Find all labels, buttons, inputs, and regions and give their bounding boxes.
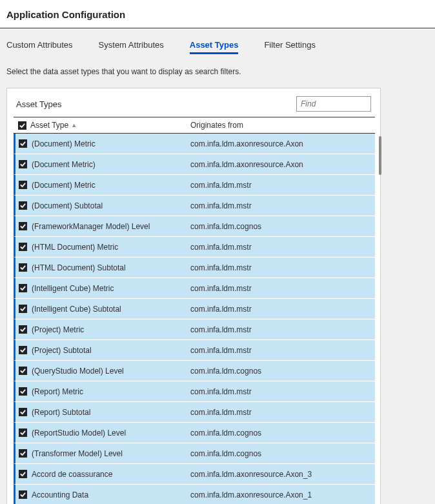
header-checkbox[interactable] xyxy=(18,121,26,130)
column-originates-from-label: Originates from xyxy=(190,121,243,130)
originates-from-cell: com.infa.ldm.mstr xyxy=(190,243,375,252)
asset-type-cell: (Transformer Model) Level xyxy=(30,449,190,458)
table-row[interactable]: (Intelligent Cube) Metriccom.infa.ldm.ms… xyxy=(14,278,375,299)
originates-from-cell: com.infa.ldm.mstr xyxy=(190,181,375,190)
row-checkbox[interactable] xyxy=(19,387,27,396)
row-checkbox[interactable] xyxy=(19,201,27,210)
row-checkbox[interactable] xyxy=(19,139,27,148)
tab-asset-types[interactable]: Asset Types xyxy=(190,40,239,54)
row-checkbox[interactable] xyxy=(19,284,27,292)
row-checkbox[interactable] xyxy=(19,243,27,251)
originates-from-cell: com.infa.ldm.axonresource.Axon_1 xyxy=(190,490,375,499)
table-row[interactable]: Accounting Datacom.infa.ldm.axonresource… xyxy=(14,485,375,504)
table-row[interactable]: (Report) Metriccom.infa.ldm.mstr xyxy=(14,381,375,402)
row-checkbox[interactable] xyxy=(19,449,27,458)
column-asset-type-label: Asset Type xyxy=(30,121,68,130)
table-row[interactable]: (Intelligent Cube) Subtotalcom.infa.ldm.… xyxy=(14,299,375,319)
checkmark-icon xyxy=(20,182,26,188)
table-row[interactable]: (Document) Subtotalcom.infa.ldm.mstr xyxy=(14,196,375,216)
table-row[interactable]: (Transformer Model) Levelcom.infa.ldm.co… xyxy=(14,443,375,464)
page-header: Application Configuration xyxy=(0,0,435,28)
checkmark-icon xyxy=(20,306,26,312)
checkmark-icon xyxy=(20,347,26,353)
page-title: Application Configuration xyxy=(6,9,429,20)
row-checkbox[interactable] xyxy=(19,367,27,375)
find-input[interactable] xyxy=(296,96,371,112)
checkmark-icon xyxy=(20,409,26,415)
row-checkbox[interactable] xyxy=(19,263,27,272)
asset-type-cell: (Report) Subtotal xyxy=(30,408,190,417)
checkmark-icon xyxy=(20,368,26,374)
asset-type-cell: (HTML Document) Subtotal xyxy=(30,263,190,272)
checkmark-icon xyxy=(20,265,26,270)
checkmark-icon xyxy=(20,223,26,229)
originates-from-cell: com.infa.ldm.mstr xyxy=(190,305,375,314)
table-row[interactable]: (Report) Subtotalcom.infa.ldm.mstr xyxy=(14,402,375,423)
panel-header: Asset Types xyxy=(7,88,380,117)
originates-from-cell: com.infa.ldm.mstr xyxy=(190,325,375,334)
row-checkbox[interactable] xyxy=(19,428,27,437)
row-checkbox[interactable] xyxy=(19,346,27,354)
originates-from-cell: com.infa.ldm.mstr xyxy=(190,346,375,355)
originates-from-cell: com.infa.ldm.cognos xyxy=(190,428,375,438)
column-originates-from[interactable]: Originates from xyxy=(190,121,375,130)
asset-type-cell: (ReportStudio Model) Level xyxy=(30,428,190,438)
asset-type-cell: Accounting Data xyxy=(30,490,190,499)
table-row[interactable]: (Document) Metriccom.infa.ldm.mstr xyxy=(14,175,375,196)
asset-type-cell: (QueryStudio Model) Level xyxy=(30,367,190,376)
asset-type-cell: (Document) Metric xyxy=(30,139,190,148)
row-checkbox[interactable] xyxy=(19,325,27,334)
asset-types-table: Asset Type ▲ Originates from (Document) … xyxy=(7,117,380,504)
table-row[interactable]: (Project) Subtotalcom.infa.ldm.mstr xyxy=(14,340,375,361)
checkmark-icon xyxy=(19,123,25,128)
asset-type-cell: (Report) Metric xyxy=(30,387,190,396)
scrollbar-thumb[interactable] xyxy=(379,136,381,175)
originates-from-cell: com.infa.ldm.axonresource.Axon xyxy=(190,160,375,169)
checkmark-icon xyxy=(20,161,26,167)
originates-from-cell: com.infa.ldm.mstr xyxy=(190,263,375,272)
checkmark-icon xyxy=(20,327,26,332)
asset-type-cell: (Document) Metric xyxy=(30,181,190,190)
checkmark-icon xyxy=(20,471,26,477)
row-checkbox[interactable] xyxy=(19,305,27,313)
checkmark-icon xyxy=(20,450,26,456)
originates-from-cell: com.infa.ldm.mstr xyxy=(190,284,375,293)
tab-system-attributes[interactable]: System Attributes xyxy=(99,40,164,54)
row-checkbox[interactable] xyxy=(19,181,27,189)
tab-custom-attributes[interactable]: Custom Attributes xyxy=(6,40,73,54)
asset-type-cell: (Project) Subtotal xyxy=(30,346,190,355)
column-asset-type[interactable]: Asset Type ▲ xyxy=(30,121,190,130)
table-row[interactable]: Accord de coassurancecom.infa.ldm.axonre… xyxy=(14,464,375,485)
originates-from-cell: com.infa.ldm.mstr xyxy=(190,408,375,417)
originates-from-cell: com.infa.ldm.cognos xyxy=(190,449,375,458)
description-text: Select the data asset types that you wan… xyxy=(0,63,435,88)
checkmark-icon xyxy=(20,244,26,250)
tabs: Custom AttributesSystem AttributesAsset … xyxy=(0,28,435,63)
table-row[interactable]: (Document) Metriccom.infa.ldm.axonresour… xyxy=(14,134,375,154)
originates-from-cell: com.infa.ldm.mstr xyxy=(190,387,375,396)
row-checkbox[interactable] xyxy=(19,490,27,499)
checkmark-icon xyxy=(20,285,26,291)
table-row[interactable]: (Project) Metriccom.infa.ldm.mstr xyxy=(14,319,375,340)
asset-type-cell: Accord de coassurance xyxy=(30,470,190,479)
table-row[interactable]: (HTML Document) Subtotalcom.infa.ldm.mst… xyxy=(14,257,375,278)
asset-types-panel: Asset Types Asset Type ▲ xyxy=(6,88,381,504)
row-checkbox[interactable] xyxy=(19,160,27,168)
row-checkbox[interactable] xyxy=(19,470,27,478)
checkmark-icon xyxy=(20,203,26,208)
table-row[interactable]: (HTML Document) Metriccom.infa.ldm.mstr xyxy=(14,237,375,257)
row-checkbox[interactable] xyxy=(19,408,27,416)
asset-type-cell: (Document) Subtotal xyxy=(30,201,190,210)
table-row[interactable]: (ReportStudio Model) Levelcom.infa.ldm.c… xyxy=(14,423,375,443)
asset-type-cell: (Intelligent Cube) Subtotal xyxy=(30,305,190,314)
panel-title: Asset Types xyxy=(16,99,62,109)
row-checkbox[interactable] xyxy=(19,222,27,230)
originates-from-cell: com.infa.ldm.axonresource.Axon_3 xyxy=(190,470,375,479)
table-row[interactable]: (QueryStudio Model) Levelcom.infa.ldm.co… xyxy=(14,361,375,381)
table-row[interactable]: (FrameworkManager Model) Levelcom.infa.l… xyxy=(14,216,375,237)
table-header: Asset Type ▲ Originates from xyxy=(14,117,375,134)
originates-from-cell: com.infa.ldm.mstr xyxy=(190,201,375,210)
checkmark-icon xyxy=(20,430,26,436)
table-row[interactable]: (Document Metric)com.infa.ldm.axonresour… xyxy=(14,154,375,175)
tab-filter-settings[interactable]: Filter Settings xyxy=(264,40,315,54)
